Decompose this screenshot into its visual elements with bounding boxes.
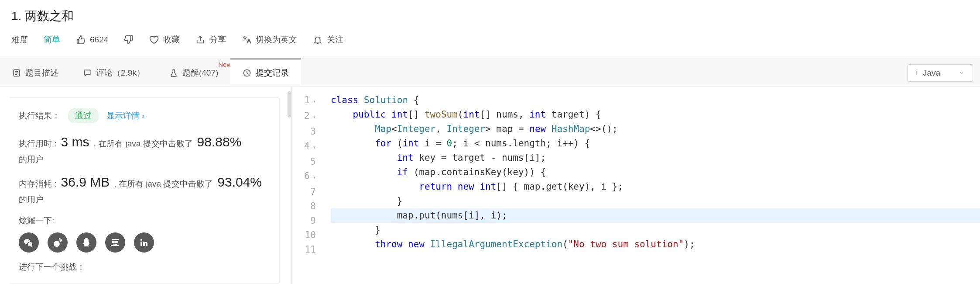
exec-result-label: 执行结果：: [19, 110, 60, 121]
language-name: Java: [923, 68, 940, 78]
meta-row: 难度 简单 6624 收藏 分享 切换为英文 关注: [11, 34, 969, 45]
next-challenge-label: 进行下一个挑战：: [19, 261, 270, 273]
brag-label: 炫耀一下:: [19, 215, 270, 226]
runtime-prefix: , 在所有 java 提交中击败了: [94, 138, 193, 149]
line-number: 10: [292, 228, 316, 242]
runtime-line: 执行用时 : 3 ms , 在所有 java 提交中击败了 98.88% 的用户: [19, 135, 270, 165]
runtime-suffix: 的用户: [19, 154, 44, 165]
info-icon: i: [915, 68, 918, 77]
line-number: 9: [292, 214, 316, 228]
line-number: 3: [292, 125, 316, 139]
new-badge: New: [218, 61, 231, 68]
thumbs-up-icon: [76, 35, 86, 45]
tab-solutions[interactable]: 题解(407) New: [157, 59, 230, 87]
share-label: 分享: [209, 34, 226, 45]
memory-line: 内存消耗 : 36.9 MB , 在所有 java 提交中击败了 93.04% …: [19, 175, 270, 205]
heart-icon: [149, 35, 159, 45]
tab-submissions-label: 提交记录: [256, 67, 289, 79]
problem-title: 1. 两数之和: [11, 8, 969, 24]
runtime-label: 执行用时 :: [19, 138, 57, 149]
chevron-down-icon: [959, 70, 965, 76]
line-number: 11: [292, 242, 316, 257]
wechat-icon: [24, 237, 34, 248]
line-number: 5: [292, 155, 316, 169]
show-detail-link[interactable]: 显示详情 ›: [106, 110, 145, 121]
tabs-bar: 题目描述 评论（2.9k） 题解(407) New 提交记录 i Java: [0, 59, 980, 87]
line-number: 6: [292, 169, 316, 185]
memory-suffix: 的用户: [19, 194, 44, 205]
line-number: 4: [292, 139, 316, 155]
language-select[interactable]: i Java: [907, 64, 973, 82]
difficulty-value: 简单: [44, 34, 60, 45]
weibo-icon: [52, 237, 63, 248]
tab-description-label: 题目描述: [25, 67, 58, 79]
thumbs-down-icon: [124, 35, 134, 45]
favorite-button[interactable]: 收藏: [149, 34, 180, 45]
bell-icon: [313, 35, 322, 45]
difficulty-label: 难度: [11, 34, 28, 45]
douban-icon: [110, 237, 120, 248]
share-wechat-button[interactable]: [19, 232, 39, 253]
share-qq-button[interactable]: [76, 232, 96, 253]
dislike-button[interactable]: [124, 35, 134, 45]
status-badge: 通过: [68, 108, 99, 123]
svg-point-2: [54, 241, 60, 247]
flask-icon: [169, 69, 178, 77]
switch-language-button[interactable]: 切换为英文: [242, 34, 297, 45]
comment-icon: [83, 69, 92, 77]
description-icon: [12, 69, 21, 77]
like-count: 6624: [90, 35, 108, 45]
share-linkedin-button[interactable]: [134, 232, 154, 253]
like-button[interactable]: 6624: [76, 35, 108, 45]
left-panel: 执行结果： 通过 显示详情 › 执行用时 : 3 ms , 在所有 java 提…: [0, 87, 291, 284]
tab-submissions[interactable]: 提交记录: [230, 59, 301, 87]
line-number: 8: [292, 199, 316, 214]
qq-icon: [81, 237, 92, 248]
tab-comments-label: 评论（2.9k）: [96, 67, 145, 79]
follow-button[interactable]: 关注: [313, 34, 343, 45]
switch-language-label: 切换为英文: [256, 34, 297, 45]
runtime-percent: 98.88%: [197, 135, 242, 149]
code-editor[interactable]: 1 2 3 4 5 6 7 8 9 10 11 class Solution {…: [291, 87, 980, 284]
tab-solutions-label: 题解(407): [182, 67, 218, 79]
line-number: 1: [292, 93, 316, 109]
memory-label: 内存消耗 :: [19, 178, 57, 190]
result-card: 执行结果： 通过 显示详情 › 执行用时 : 3 ms , 在所有 java 提…: [9, 97, 280, 284]
share-weibo-button[interactable]: [48, 232, 68, 253]
translate-icon: [242, 35, 251, 45]
favorite-label: 收藏: [163, 34, 180, 45]
runtime-value: 3 ms: [61, 135, 89, 149]
follow-label: 关注: [327, 34, 343, 45]
line-gutter: 1 2 3 4 5 6 7 8 9 10 11: [291, 87, 323, 284]
memory-value: 36.9 MB: [61, 175, 110, 190]
share-icon: [195, 35, 205, 45]
line-number: 2: [292, 109, 316, 125]
share-button[interactable]: 分享: [195, 34, 226, 45]
tab-description[interactable]: 题目描述: [0, 59, 71, 87]
memory-percent: 93.04%: [217, 175, 262, 190]
tab-comments[interactable]: 评论（2.9k）: [71, 59, 157, 87]
line-number: 7: [292, 185, 316, 199]
scrollbar-thumb[interactable]: [288, 91, 291, 118]
history-icon: [243, 69, 251, 77]
share-douban-button[interactable]: [105, 232, 125, 253]
memory-prefix: , 在所有 java 提交中击败了: [114, 178, 213, 190]
linkedin-icon: [139, 237, 149, 248]
code-content[interactable]: class Solution { public int[] twoSum(int…: [323, 87, 980, 284]
